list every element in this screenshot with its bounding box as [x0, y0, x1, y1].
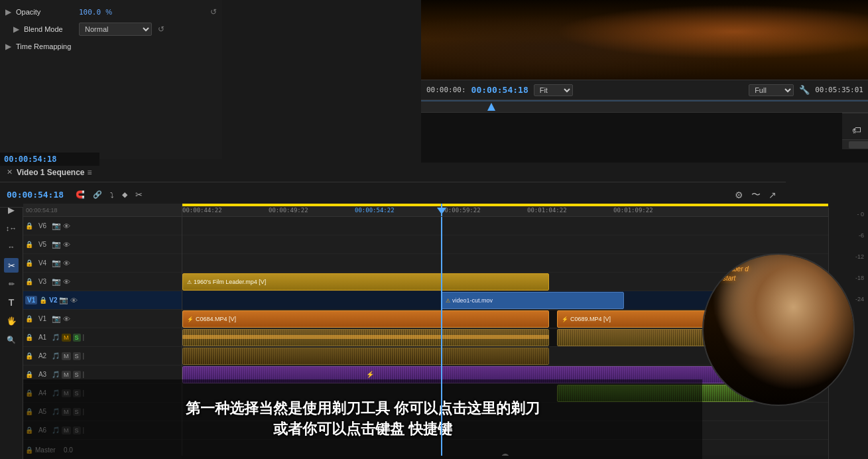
track-label-a2: 🔒 A2 🎵 M S |	[23, 347, 182, 365]
fit-select[interactable]: Fit 25% 50% 100%	[534, 84, 573, 96]
preview-ruler-line	[421, 100, 868, 101]
razor-tool[interactable]: ✂	[4, 258, 19, 273]
mute-a3[interactable]: M	[62, 371, 71, 379]
blend-mode-row: ▶ Blend Mode Normal Dissolve Multiply ↺	[5, 21, 217, 38]
subtitle-line-2: 或者你可以点击键盘 快捷键	[273, 419, 452, 440]
opacity-value[interactable]: 100.0	[79, 8, 101, 17]
blend-mode-select[interactable]: Normal Dissolve Multiply	[79, 23, 152, 36]
insert-clip-btn[interactable]: ⤵	[107, 190, 117, 200]
lock-v2[interactable]: 🔒	[39, 296, 47, 304]
ruler-playhead-marker	[437, 208, 446, 214]
preview-time-blue: 00:00:54:18	[471, 85, 528, 95]
lock-v6[interactable]: 🔒	[25, 222, 33, 230]
db-24: -24	[855, 296, 864, 302]
cam-v2[interactable]: 📷	[59, 296, 68, 304]
eye-v4[interactable]: 👁	[63, 259, 70, 267]
clip-v3-film-leader[interactable]: ⚠ 1960's Film Leader.mp4 [V]	[182, 273, 549, 291]
lock-a3[interactable]: 🔒	[25, 371, 33, 378]
eye-v3[interactable]: 👁	[63, 278, 70, 286]
track-name-v1-active: V1	[25, 296, 37, 304]
ruler-time-4: 00:00:59:22	[441, 207, 481, 214]
track-name-v6: V6	[35, 222, 50, 230]
lock-v5[interactable]: 🔒	[25, 241, 33, 248]
wave-a2[interactable]: 🎵	[52, 352, 60, 360]
pen-tool[interactable]: ✏	[4, 277, 19, 291]
time-remap-label: Time Remapping	[16, 42, 71, 50]
export-tl-btn[interactable]: ↗	[766, 188, 779, 202]
sequence-title: Video 1 Sequence	[17, 168, 85, 177]
add-marker-btn[interactable]: 🏷	[849, 123, 865, 137]
roll-tool[interactable]: ↔	[4, 239, 19, 254]
wave-btn[interactable]: 〜	[749, 188, 763, 202]
expand-arrow-opacity[interactable]: ▶	[5, 7, 11, 17]
cam-v3[interactable]: 📷	[52, 277, 61, 286]
preview-timecode-bar: 00:00:00: 00:00:54:18 Fit 25% 50% 100% F…	[421, 80, 868, 99]
cam-v4[interactable]: 📷	[52, 259, 61, 267]
timeline-timecode: 00:00:54:18	[7, 190, 64, 200]
preview-scrollbar[interactable]	[842, 139, 868, 149]
face-overlay: Remember dyou start	[702, 253, 855, 406]
neon-sign: Remember dyou start	[710, 265, 749, 283]
eye-v6[interactable]: 👁	[63, 222, 70, 230]
snap-btn[interactable]: 🧲	[73, 189, 88, 200]
cam-v6[interactable]: 📷	[52, 222, 61, 230]
subtitle-line-1: 第一种选择当然是使用剃刀工具 你可以点击这里的剃刀	[186, 399, 540, 419]
lock-v3[interactable]: 🔒	[25, 278, 33, 285]
mute-a2[interactable]: M	[62, 352, 71, 360]
lock-v4[interactable]: 🔒	[25, 259, 33, 267]
track-v6[interactable]	[182, 217, 828, 235]
solo-a1[interactable]: S	[73, 334, 81, 342]
db-0: - 0	[857, 211, 864, 218]
lock-v1[interactable]: 🔒	[25, 315, 33, 322]
clip-a2[interactable]	[182, 348, 549, 365]
reset-opacity-icon[interactable]: ↺	[210, 7, 217, 17]
lock-a1[interactable]: 🔒	[25, 334, 33, 341]
expand-arrow-time[interactable]: ▶	[5, 42, 11, 51]
solo-a3[interactable]: S	[73, 371, 81, 379]
cam-v5[interactable]: 📷	[52, 240, 61, 249]
mute-a1[interactable]: M	[62, 334, 71, 342]
track-v5[interactable]	[182, 235, 828, 254]
subtitle-overlay: 第一种选择当然是使用剃刀工具 你可以点击这里的剃刀 或者你可以点击键盘 快捷键	[23, 379, 702, 459]
marker-tool-btn[interactable]: ◆	[119, 189, 130, 200]
ripple-tool[interactable]: ↕↔	[4, 221, 19, 235]
full-select[interactable]: Full Half Quarter	[749, 84, 794, 96]
db-12: -12	[855, 253, 864, 260]
wave-a3[interactable]: 🎵	[52, 371, 60, 378]
opacity-label: Opacity	[16, 8, 76, 16]
expand-arrow-blend[interactable]: ▶	[13, 25, 19, 34]
vol-a2: |	[83, 352, 85, 360]
wrench-icon[interactable]: 🔧	[799, 85, 810, 95]
filter-btn[interactable]: ⚙	[732, 188, 746, 202]
eye-v2[interactable]: 👁	[70, 296, 78, 304]
eye-v1[interactable]: 👁	[63, 315, 70, 323]
track-name-v2: V2	[49, 296, 57, 304]
clip-v1-c0684[interactable]: ⚡ C0684.MP4 [V]	[182, 310, 549, 328]
eye-v5[interactable]: 👁	[63, 241, 70, 249]
track-label-v6: 🔒 V6 📷 👁	[23, 217, 182, 235]
track-label-v5: 🔒 V5 📷 👁	[23, 235, 182, 254]
ruler-time-6: 00:01:09:22	[613, 207, 653, 214]
reset-blend-icon[interactable]: ↺	[158, 25, 164, 34]
track-name-a1: A1	[35, 334, 50, 341]
razor-tl-btn[interactable]: ✂	[133, 188, 145, 201]
preview-video-inner	[421, 0, 868, 80]
sequence-close-btn[interactable]: ✕	[7, 168, 13, 176]
hand-tool[interactable]: 🖐	[4, 314, 19, 328]
solo-a2[interactable]: S	[73, 352, 81, 360]
preview-panel: 00:00:00: 00:00:54:18 Fit 25% 50% 100% F…	[421, 0, 868, 163]
type-tool[interactable]: T	[4, 295, 19, 310]
vol-a3: |	[83, 371, 85, 378]
clip-v2-cut[interactable]: ⚠ video1-cut.mov	[441, 292, 624, 309]
ruler-time-5: 00:01:04:22	[527, 207, 567, 214]
link-btn[interactable]: 🔗	[90, 189, 105, 200]
preview-scrollbar-thumb[interactable]	[849, 141, 868, 149]
effect-panel: ▶ Opacity 100.0 % ↺ ▶ Blend Mode Normal …	[0, 0, 222, 159]
track-label-v4: 🔒 V4 📷 👁	[23, 254, 182, 273]
zoom-tool[interactable]: 🔍	[4, 332, 19, 347]
face-overlay-content: Remember dyou start	[704, 255, 853, 405]
cam-v1[interactable]: 📷	[52, 314, 61, 323]
lock-a2[interactable]: 🔒	[25, 352, 33, 360]
sequence-menu-btn[interactable]: ≡	[88, 168, 92, 177]
wave-a1[interactable]: 🎵	[52, 334, 60, 341]
